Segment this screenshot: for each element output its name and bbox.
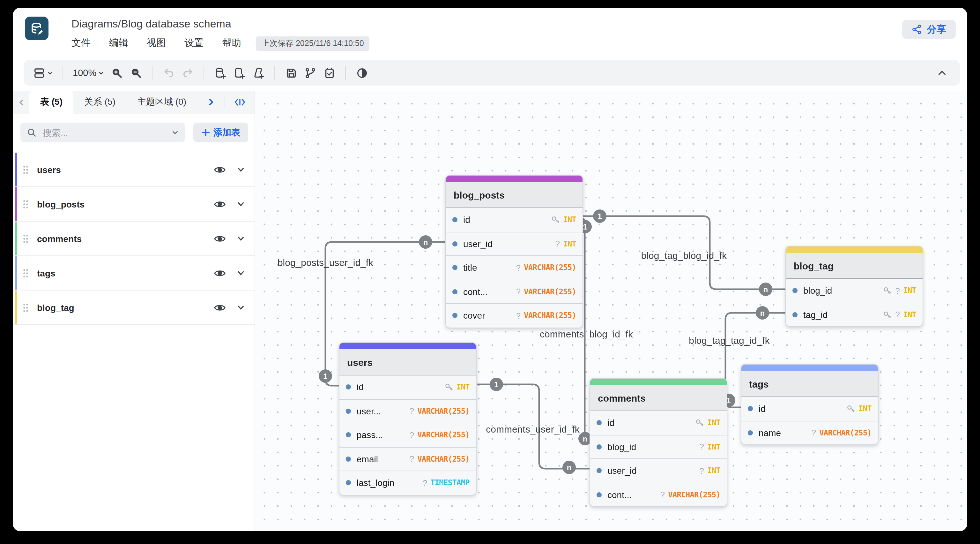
add-table-button[interactable]: 添加表 bbox=[193, 123, 248, 142]
visibility-eye-button[interactable] bbox=[214, 302, 226, 313]
menu-item-5[interactable]: 帮助 bbox=[222, 37, 241, 49]
nullable-mark: ? bbox=[410, 430, 414, 440]
expand-chevron-button[interactable] bbox=[237, 200, 245, 208]
field-name: user_id bbox=[463, 239, 493, 249]
field-row-email[interactable]: email?VARCHAR(255) bbox=[339, 447, 476, 471]
sidebar-table-users[interactable]: users bbox=[13, 153, 255, 187]
add-note-button[interactable] bbox=[250, 64, 267, 81]
menu-item-1[interactable]: 文件 bbox=[72, 37, 91, 49]
table-card-header[interactable]: comments bbox=[590, 385, 727, 411]
nullable-mark: ? bbox=[516, 287, 520, 297]
cardinality-badge: 1 bbox=[319, 369, 332, 383]
expand-chevron-button[interactable] bbox=[237, 303, 245, 311]
zoom-level-button[interactable]: 100% bbox=[71, 64, 106, 81]
code-icon bbox=[234, 98, 246, 107]
tab-主题区域0[interactable]: 主题区域 (0) bbox=[126, 91, 197, 114]
add-table-icon-button[interactable] bbox=[212, 64, 228, 81]
field-meta: ?VARCHAR(255) bbox=[811, 428, 872, 438]
tab-关系5[interactable]: 关系 (5) bbox=[73, 91, 126, 114]
field-row-blog_id[interactable]: blog_id?INT bbox=[590, 435, 727, 459]
field-row-last_login[interactable]: last_login?TIMESTAMP bbox=[339, 471, 476, 495]
field-row-title[interactable]: title?VARCHAR(255) bbox=[446, 256, 582, 280]
relationships-button[interactable] bbox=[302, 64, 318, 81]
todo-button[interactable] bbox=[321, 64, 337, 81]
layout-button[interactable] bbox=[31, 64, 55, 81]
sidebar-table-blog_posts[interactable]: blog_posts bbox=[13, 187, 255, 222]
tabs-scroll-left-button[interactable] bbox=[13, 91, 29, 114]
field-dot bbox=[748, 407, 753, 412]
undo-button[interactable] bbox=[160, 64, 177, 81]
table-name: tags bbox=[37, 268, 56, 278]
nullable-mark: ? bbox=[516, 311, 520, 321]
field-type: VARCHAR(255) bbox=[524, 263, 576, 272]
field-row-name[interactable]: name?VARCHAR(255) bbox=[741, 421, 878, 444]
search-input[interactable] bbox=[41, 127, 167, 138]
field-row-blog_id[interactable]: blog_id?INT bbox=[786, 279, 923, 303]
field-row-user_id[interactable]: user_id?INT bbox=[446, 232, 582, 256]
divider bbox=[224, 96, 225, 108]
table-card-header[interactable]: blog_tag bbox=[786, 253, 923, 279]
save-button[interactable] bbox=[283, 64, 299, 81]
cardinality-badge: n bbox=[759, 282, 772, 296]
field-row-id[interactable]: idINT bbox=[339, 375, 476, 399]
drag-handle[interactable] bbox=[22, 268, 29, 278]
field-row-id[interactable]: idINT bbox=[446, 208, 582, 232]
field-row-cont[interactable]: cont...?VARCHAR(255) bbox=[446, 280, 582, 304]
code-view-toggle[interactable] bbox=[230, 98, 250, 107]
visibility-eye-button[interactable] bbox=[214, 268, 226, 278]
drag-handle[interactable] bbox=[22, 302, 29, 313]
field-row-id[interactable]: idINT bbox=[741, 397, 878, 421]
menu-item-3[interactable]: 视图 bbox=[147, 37, 166, 49]
field-type: INT bbox=[903, 310, 916, 319]
diagram-canvas[interactable]: n11n1nn11n blog_posts_user_id_fkcomments… bbox=[255, 91, 967, 531]
zoom-out-button[interactable] bbox=[127, 64, 144, 81]
table-card-tags[interactable]: tagsidINTname?VARCHAR(255) bbox=[741, 364, 878, 445]
field-row-cont[interactable]: cont...?VARCHAR(255) bbox=[590, 483, 727, 506]
field-dot bbox=[346, 408, 351, 414]
sidebar-table-comments[interactable]: comments bbox=[13, 222, 255, 256]
table-card-comments[interactable]: commentsidINTblog_id?INTuser_id?INTcont.… bbox=[590, 378, 727, 507]
drag-handle[interactable] bbox=[22, 199, 29, 209]
sidebar-table-tags[interactable]: tags bbox=[13, 256, 255, 290]
theme-toggle-button[interactable] bbox=[353, 64, 370, 81]
tabs-scroll-right-button[interactable] bbox=[203, 98, 220, 106]
menu-item-2[interactable]: 编辑 bbox=[109, 37, 128, 49]
drag-handle[interactable] bbox=[22, 233, 29, 244]
zoom-in-button[interactable] bbox=[108, 64, 125, 81]
table-card-users[interactable]: usersidINTuser...?VARCHAR(255)pass...?VA… bbox=[339, 342, 477, 495]
toolbar-divider bbox=[274, 66, 275, 80]
visibility-eye-button[interactable] bbox=[214, 199, 226, 209]
share-button[interactable]: 分享 bbox=[902, 20, 956, 39]
field-row-pass[interactable]: pass...?VARCHAR(255) bbox=[339, 423, 476, 447]
table-color-bar bbox=[15, 290, 17, 324]
field-name: user... bbox=[356, 406, 381, 416]
field-row-tag_id[interactable]: tag_id?INT bbox=[786, 303, 923, 326]
field-type: INT bbox=[903, 286, 916, 295]
sidebar-table-blog_tag[interactable]: blog_tag bbox=[13, 290, 255, 325]
table-card-header[interactable]: blog_posts bbox=[446, 182, 582, 208]
table-card-header[interactable]: tags bbox=[741, 371, 878, 397]
field-row-cover[interactable]: cover?VARCHAR(255) bbox=[446, 304, 582, 327]
field-type: VARCHAR(255) bbox=[819, 428, 872, 437]
field-row-id[interactable]: idINT bbox=[590, 411, 727, 435]
expand-chevron-button[interactable] bbox=[237, 165, 245, 174]
search-options-chevron[interactable] bbox=[172, 129, 179, 136]
visibility-eye-button[interactable] bbox=[214, 164, 226, 175]
table-card-blog_posts[interactable]: blog_postsidINTuser_id?INTtitle?VARCHAR(… bbox=[445, 175, 583, 328]
drag-handle[interactable] bbox=[22, 164, 29, 175]
expand-chevron-button[interactable] bbox=[237, 269, 245, 277]
table-card-blog_tag[interactable]: blog_tagblog_id?INTtag_id?INT bbox=[785, 246, 923, 327]
table-card-header[interactable]: users bbox=[339, 349, 476, 375]
field-row-user[interactable]: user...?VARCHAR(255) bbox=[339, 399, 476, 423]
collapse-toolbar-button[interactable] bbox=[934, 64, 950, 81]
field-row-user_id[interactable]: user_id?INT bbox=[590, 459, 727, 483]
expand-chevron-button[interactable] bbox=[237, 235, 245, 242]
field-type: VARCHAR(255) bbox=[524, 311, 576, 320]
visibility-eye-button[interactable] bbox=[214, 233, 226, 244]
field-meta: INT bbox=[551, 215, 576, 225]
add-area-button[interactable] bbox=[231, 64, 248, 81]
tab-表5[interactable]: 表 (5) bbox=[29, 91, 73, 114]
redo-button[interactable] bbox=[179, 64, 196, 81]
menu-item-4[interactable]: 设置 bbox=[185, 37, 204, 49]
table-card-title: blog_tag bbox=[794, 260, 834, 271]
